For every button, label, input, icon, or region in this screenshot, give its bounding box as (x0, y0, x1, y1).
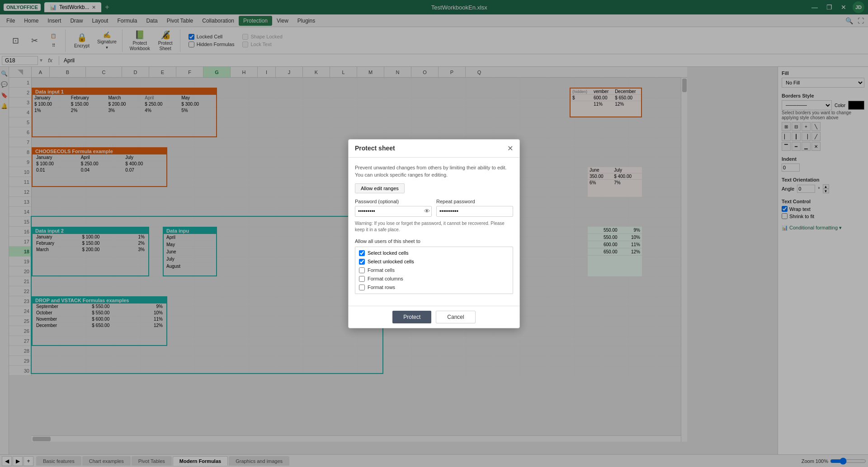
perm-format-rows[interactable]: Format rows (357, 283, 511, 292)
modal-description: Prevent unwanted changes from others by … (355, 164, 513, 179)
modal-overlay[interactable]: Protect sheet ✕ Prevent unwanted changes… (0, 0, 868, 467)
perm-format-columns-checkbox[interactable] (359, 276, 365, 282)
password-row: Password (optional) 👁 Repeat password (355, 199, 513, 217)
show-password-btn[interactable]: 👁 (424, 208, 430, 215)
perm-select-locked-label: Select locked cells (368, 250, 409, 256)
repeat-password-input[interactable] (436, 206, 513, 217)
perm-select-locked[interactable]: Select locked cells (357, 249, 511, 257)
perm-format-columns-label: Format columns (368, 276, 403, 281)
allow-edit-ranges-btn[interactable]: Allow edit ranges (355, 183, 405, 193)
cancel-btn[interactable]: Cancel (436, 311, 475, 323)
modal-footer: Protect Cancel (349, 306, 519, 328)
perm-select-unlocked-checkbox[interactable] (359, 259, 365, 265)
password-label: Password (optional) (355, 199, 432, 204)
perm-select-locked-checkbox[interactable] (359, 250, 365, 256)
permissions-label: Allow all users of this sheet to (355, 238, 513, 244)
repeat-password-label: Repeat password (436, 199, 513, 204)
perm-format-cells-checkbox[interactable] (359, 267, 365, 273)
modal-header: Protect sheet ✕ (349, 140, 519, 158)
permissions-list: Select locked cells Select unlocked cell… (355, 247, 513, 294)
password-input-wrap: 👁 (355, 206, 432, 217)
perm-format-cells[interactable]: Format cells (357, 266, 511, 275)
protect-btn[interactable]: Protect (392, 311, 431, 323)
repeat-password-col: Repeat password (436, 199, 513, 217)
perm-select-unlocked-label: Select unlocked cells (368, 259, 414, 264)
perm-format-rows-label: Format rows (368, 285, 395, 290)
password-col: Password (optional) 👁 (355, 199, 432, 217)
modal-warning: Warning: If you lose or forget the passw… (355, 220, 513, 233)
password-input[interactable] (355, 206, 432, 217)
perm-format-rows-checkbox[interactable] (359, 285, 365, 290)
perm-select-unlocked[interactable]: Select unlocked cells (357, 257, 511, 266)
repeat-password-input-wrap (436, 206, 513, 217)
modal-body: Prevent unwanted changes from others by … (349, 158, 519, 306)
perm-format-cells-label: Format cells (368, 267, 395, 273)
modal-title: Protect sheet (355, 145, 395, 152)
modal-close-btn[interactable]: ✕ (507, 144, 513, 153)
perm-format-columns[interactable]: Format columns (357, 275, 511, 283)
protect-sheet-modal: Protect sheet ✕ Prevent unwanted changes… (348, 139, 520, 328)
